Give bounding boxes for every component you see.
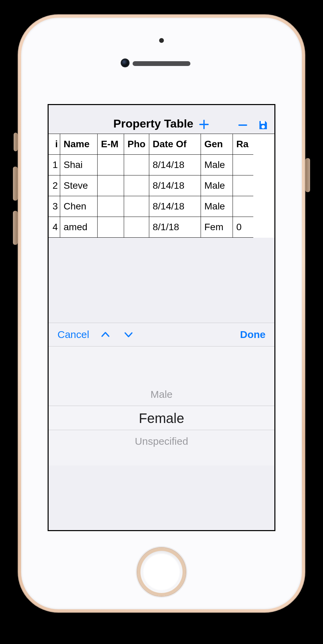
empty-area bbox=[49, 238, 274, 323]
cell-id[interactable]: 3 bbox=[49, 196, 60, 217]
cell-phone[interactable] bbox=[124, 196, 149, 217]
svg-rect-0 bbox=[261, 121, 265, 124]
col-id: i bbox=[49, 134, 60, 155]
add-button[interactable] bbox=[198, 119, 210, 130]
cell-rank[interactable] bbox=[233, 196, 253, 217]
volume-up-button bbox=[13, 167, 18, 201]
cell-dob[interactable]: 8/1/18 bbox=[149, 217, 201, 238]
cell-gender[interactable]: Fem bbox=[201, 217, 233, 238]
earpiece-speaker bbox=[133, 61, 190, 66]
property-table: i Name E-M Pho Date Of Gen Ra 1 Shai 8/1… bbox=[49, 134, 274, 238]
cell-name[interactable]: Steve bbox=[60, 175, 98, 196]
cell-name[interactable]: Shai bbox=[60, 155, 98, 175]
col-rank: Ra bbox=[233, 134, 253, 155]
svg-point-1 bbox=[261, 125, 265, 129]
cell-name[interactable]: amed bbox=[60, 217, 98, 238]
picker-option[interactable]: Unspecified bbox=[49, 430, 274, 453]
cell-id[interactable]: 1 bbox=[49, 155, 60, 175]
col-email: E-M bbox=[98, 134, 124, 155]
save-button[interactable] bbox=[257, 119, 269, 131]
col-gender: Gen bbox=[201, 134, 233, 155]
col-dob: Date Of bbox=[149, 134, 201, 155]
input-accessory-bar: Cancel Done bbox=[49, 323, 274, 346]
cell-phone[interactable] bbox=[124, 155, 149, 175]
table-row[interactable]: 4 amed 8/1/18 Fem 0 bbox=[49, 217, 274, 238]
next-field-button[interactable] bbox=[122, 328, 135, 341]
col-phone: Pho bbox=[124, 134, 149, 155]
cell-rank[interactable] bbox=[233, 175, 253, 196]
cell-email[interactable] bbox=[98, 217, 124, 238]
title-bar: Property Table bbox=[49, 105, 274, 134]
minus-icon bbox=[238, 120, 248, 130]
mute-switch bbox=[14, 133, 18, 151]
previous-field-button[interactable] bbox=[99, 328, 112, 341]
front-camera bbox=[121, 58, 130, 67]
chevron-up-icon bbox=[100, 329, 111, 340]
cell-gender[interactable]: Male bbox=[201, 155, 233, 175]
screen: Property Table bbox=[48, 104, 275, 531]
proximity-sensor bbox=[159, 38, 164, 43]
col-name: Name bbox=[60, 134, 98, 155]
chevron-down-icon bbox=[123, 329, 134, 340]
home-button[interactable] bbox=[138, 548, 185, 596]
picker-option-selected[interactable]: Female bbox=[49, 406, 274, 430]
page-title: Property Table bbox=[113, 117, 197, 130]
gender-picker[interactable]: Male Female Unspecified bbox=[49, 346, 274, 465]
done-button[interactable]: Done bbox=[240, 329, 266, 340]
cell-dob[interactable]: 8/14/18 bbox=[149, 175, 201, 196]
cell-dob[interactable]: 8/14/18 bbox=[149, 155, 201, 175]
cell-id[interactable]: 4 bbox=[49, 217, 60, 238]
cell-dob[interactable]: 8/14/18 bbox=[149, 196, 201, 217]
cell-id[interactable]: 2 bbox=[49, 175, 60, 196]
table-row[interactable]: 1 Shai 8/14/18 Male bbox=[49, 155, 274, 175]
cell-phone[interactable] bbox=[124, 175, 149, 196]
table-header-row: i Name E-M Pho Date Of Gen Ra bbox=[49, 134, 274, 155]
remove-button[interactable] bbox=[237, 119, 249, 131]
table-row[interactable]: 2 Steve 8/14/18 Male bbox=[49, 175, 274, 196]
cell-email[interactable] bbox=[98, 155, 124, 175]
cell-rank[interactable]: 0 bbox=[233, 217, 253, 238]
cell-phone[interactable] bbox=[124, 217, 149, 238]
cell-email[interactable] bbox=[98, 196, 124, 217]
table-row[interactable]: 3 Chen 8/14/18 Male bbox=[49, 196, 274, 217]
cell-name[interactable]: Chen bbox=[60, 196, 98, 217]
picker-option[interactable]: Male bbox=[49, 383, 274, 406]
cell-rank[interactable] bbox=[233, 155, 253, 175]
cell-gender[interactable]: Male bbox=[201, 175, 233, 196]
cell-gender[interactable]: Male bbox=[201, 196, 233, 217]
plus-icon bbox=[199, 119, 209, 130]
power-button bbox=[305, 158, 310, 192]
save-icon bbox=[258, 120, 268, 130]
phone-frame: Property Table bbox=[18, 14, 305, 613]
cell-email[interactable] bbox=[98, 175, 124, 196]
cancel-button[interactable]: Cancel bbox=[57, 329, 89, 340]
volume-down-button bbox=[13, 211, 18, 245]
